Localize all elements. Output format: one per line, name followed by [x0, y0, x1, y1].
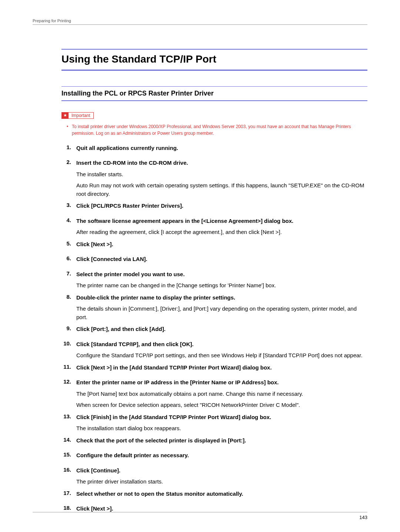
step-number: 3.: [61, 202, 76, 213]
step-number: 5.: [61, 240, 76, 252]
step-description: The installation start dialog box reappe…: [76, 424, 367, 433]
step-title: Click [Next >] in the [Add Standard TCP/…: [76, 364, 367, 372]
step: 2.Insert the CD-ROM into the CD-ROM driv…: [61, 159, 367, 198]
step-title: Click [Connected via LAN].: [76, 255, 367, 264]
star-icon: ★: [62, 113, 69, 118]
step-number: 6.: [61, 255, 76, 267]
step: 17.Select whether or not to open the Sta…: [61, 490, 367, 501]
step-title: Click [Next >].: [76, 240, 367, 249]
step-number: 8.: [61, 294, 76, 322]
step-title: Click [Continue].: [76, 466, 367, 475]
step-body: Click [Port:], and then click [Add].: [76, 325, 367, 337]
running-header: Preparing for Printing: [33, 19, 367, 25]
step-number: 16.: [61, 466, 76, 486]
step: 5.Click [Next >].: [61, 240, 367, 252]
step: 12.Enter the printer name or IP address …: [61, 378, 367, 409]
step-description: When screen for Device selection appears…: [76, 401, 367, 409]
step-description: The details shown in [Comment:], [Driver…: [76, 305, 367, 321]
step-body: Click [Next >].: [76, 240, 367, 252]
step: 9.Click [Port:], and then click [Add].: [61, 325, 367, 337]
important-label-text: Important: [69, 113, 93, 118]
step-body: Click [Continue].The printer driver inst…: [76, 466, 367, 486]
important-badge: ★ Important: [61, 112, 94, 119]
step-body: Check that the port of the selected prin…: [76, 436, 367, 448]
step-number: 7.: [61, 270, 76, 290]
step-number: 17.: [61, 490, 76, 501]
important-note: • To install printer driver under Window…: [67, 123, 367, 137]
step-number: 9.: [61, 325, 76, 337]
step-description: Auto Run may not work with certain opera…: [76, 181, 367, 198]
step-body: Click [Standard TCP/IP], and then click …: [76, 340, 367, 360]
step: 15.Configure the default printer as nece…: [61, 451, 367, 463]
document-page: Preparing for Printing Using the Standar…: [0, 0, 400, 532]
step-title: Select whether or not to open the Status…: [76, 490, 367, 498]
step-number: 10.: [61, 340, 76, 360]
step: 11.Click [Next >] in the [Add Standard T…: [61, 364, 367, 375]
steps-list: 1.Quit all applications currently runnin…: [61, 144, 367, 516]
step-title: Click [Finish] in the [Add Standard TCP/…: [76, 413, 367, 422]
step-title: Select the printer model you want to use…: [76, 270, 367, 279]
step-body: Click [Connected via LAN].: [76, 255, 367, 267]
step: 8.Double-click the printer name to displ…: [61, 294, 367, 322]
step-number: 11.: [61, 364, 76, 375]
page-title: Using the Standard TCP/IP Port: [61, 53, 367, 65]
step-description: Configure the Standard TCP/IP port setti…: [76, 351, 367, 360]
section-title-rule: Installing the PCL or RPCS Raster Printe…: [61, 86, 367, 101]
step-title: Insert the CD-ROM into the CD-ROM drive.: [76, 159, 367, 167]
step: 1.Quit all applications currently runnin…: [61, 144, 367, 155]
step-title: Click [PCL/RPCS Raster Printer Drivers].: [76, 202, 367, 210]
step: 13.Click [Finish] in the [Add Standard T…: [61, 413, 367, 433]
step-body: Configure the default printer as necessa…: [76, 451, 367, 463]
step-description: The [Port Name] text box automatically o…: [76, 390, 367, 398]
step-title: Double-click the printer name to display…: [76, 294, 367, 302]
step-title: Click [Standard TCP/IP], and then click …: [76, 340, 367, 349]
step-body: Click [Finish] in the [Add Standard TCP/…: [76, 413, 367, 433]
step: 14.Check that the port of the selected p…: [61, 436, 367, 448]
step: 3.Click [PCL/RPCS Raster Printer Drivers…: [61, 202, 367, 213]
important-note-text: To install printer driver under Windows …: [72, 123, 367, 137]
step-number: 2.: [61, 159, 76, 198]
step-body: Insert the CD-ROM into the CD-ROM drive.…: [76, 159, 367, 198]
step-body: Select the printer model you want to use…: [76, 270, 367, 290]
step-body: Click [PCL/RPCS Raster Printer Drivers].: [76, 202, 367, 213]
step-title: Configure the default printer as necessa…: [76, 451, 367, 460]
step-number: 4.: [61, 217, 76, 237]
step-description: The printer name can be changed in the […: [76, 281, 367, 290]
step-number: 14.: [61, 436, 76, 448]
step: 16.Click [Continue].The printer driver i…: [61, 466, 367, 486]
page-title-rule: Using the Standard TCP/IP Port: [61, 49, 367, 71]
step-body: Click [Next >] in the [Add Standard TCP/…: [76, 364, 367, 375]
step-title: Check that the port of the selected prin…: [76, 436, 367, 445]
step-number: 15.: [61, 451, 76, 463]
step-description: After reading the agreement, click [I ac…: [76, 228, 367, 237]
step-title: Click [Port:], and then click [Add].: [76, 325, 367, 334]
step-body: Quit all applications currently running.: [76, 144, 367, 155]
bullet-icon: •: [67, 123, 72, 137]
step-body: Select whether or not to open the Status…: [76, 490, 367, 501]
step-number: 13.: [61, 413, 76, 433]
step-title: The software license agreement appears i…: [76, 217, 367, 225]
step: 7.Select the printer model you want to u…: [61, 270, 367, 290]
step-description: The printer driver installation starts.: [76, 478, 367, 486]
step: 10.Click [Standard TCP/IP], and then cli…: [61, 340, 367, 360]
page-number: 143: [33, 512, 367, 520]
step-number: 12.: [61, 378, 76, 409]
step-title: Quit all applications currently running.: [76, 144, 367, 153]
step-body: Enter the printer name or IP address in …: [76, 378, 367, 409]
step: 6.Click [Connected via LAN].: [61, 255, 367, 267]
section-title: Installing the PCL or RPCS Raster Printe…: [61, 90, 367, 97]
step-title: Enter the printer name or IP address in …: [76, 378, 367, 387]
step-number: 1.: [61, 144, 76, 155]
step-description: The installer starts.: [76, 170, 367, 179]
step-body: The software license agreement appears i…: [76, 217, 367, 237]
step: 4.The software license agreement appears…: [61, 217, 367, 237]
step-body: Double-click the printer name to display…: [76, 294, 367, 322]
